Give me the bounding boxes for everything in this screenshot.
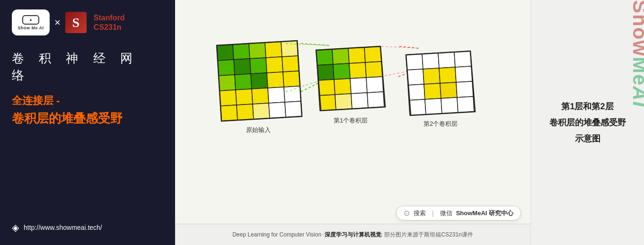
main-title: 卷 积 神 经 网 络 bbox=[12, 50, 163, 84]
right-line1: 第1层和第2层 bbox=[549, 101, 626, 112]
svg-marker-18 bbox=[268, 87, 285, 103]
svg-marker-54 bbox=[422, 53, 439, 69]
svg-marker-21 bbox=[237, 104, 254, 120]
divider: | bbox=[432, 210, 434, 217]
right-line2: 卷积层的堆叠感受野 bbox=[549, 117, 626, 128]
svg-marker-37 bbox=[349, 62, 366, 79]
url-icon: ◈ bbox=[12, 222, 19, 233]
left-panel: Show Me AI × S Stanford CS231n 卷 积 神 经 网… bbox=[0, 0, 175, 245]
bottom-text-bold: 深度学习与计算机视觉 bbox=[325, 231, 381, 239]
svg-text:原始输入: 原始输入 bbox=[246, 126, 271, 133]
svg-marker-0 bbox=[217, 44, 234, 61]
svg-marker-34 bbox=[364, 46, 381, 62]
svg-marker-65 bbox=[409, 99, 426, 115]
showmeai-icon bbox=[22, 15, 39, 25]
svg-marker-63 bbox=[440, 82, 457, 98]
stanford-logo-area: S Stanford CS231n bbox=[65, 12, 125, 33]
svg-marker-40 bbox=[334, 79, 351, 95]
main-content: 原始输入 bbox=[175, 0, 530, 245]
right-line3: 示意图 bbox=[549, 133, 626, 144]
showmeai-logo-text: Show Me AI bbox=[18, 26, 44, 30]
bottom-text-plain2: · 部分图片来源于斯坦福CS231n课件 bbox=[381, 231, 473, 239]
svg-marker-23 bbox=[269, 102, 286, 118]
svg-marker-36 bbox=[333, 63, 350, 79]
svg-marker-64 bbox=[456, 81, 473, 97]
svg-marker-20 bbox=[221, 105, 238, 121]
watermark: ShowMeAI bbox=[628, 0, 644, 245]
svg-marker-10 bbox=[219, 75, 236, 91]
stanford-s-letter: S bbox=[65, 12, 87, 33]
svg-marker-56 bbox=[454, 51, 471, 67]
watermark-meai: Me bbox=[628, 57, 644, 86]
svg-marker-45 bbox=[351, 93, 368, 109]
svg-marker-67 bbox=[441, 97, 458, 114]
svg-marker-53 bbox=[406, 54, 423, 70]
watermark-show: Show bbox=[628, 0, 644, 57]
svg-marker-38 bbox=[365, 61, 382, 78]
svg-marker-55 bbox=[438, 52, 455, 68]
svg-marker-46 bbox=[367, 92, 384, 108]
svg-marker-59 bbox=[439, 67, 456, 83]
svg-marker-44 bbox=[335, 94, 352, 110]
svg-marker-32 bbox=[332, 48, 349, 64]
svg-marker-17 bbox=[252, 88, 269, 104]
svg-marker-41 bbox=[350, 78, 367, 94]
svg-marker-43 bbox=[319, 95, 336, 111]
svg-marker-68 bbox=[457, 96, 474, 113]
search-label: 搜索 bbox=[414, 209, 426, 218]
svg-marker-31 bbox=[316, 49, 333, 65]
subtitle-line2: 卷积层的堆叠感受野 bbox=[12, 110, 163, 127]
svg-marker-9 bbox=[282, 56, 299, 72]
svg-marker-1 bbox=[233, 44, 250, 60]
stanford-line2: CS231n bbox=[94, 23, 125, 32]
svg-marker-57 bbox=[407, 69, 424, 85]
url-text: http://www.showmeai.tech/ bbox=[24, 224, 102, 231]
svg-marker-7 bbox=[250, 58, 267, 74]
svg-marker-66 bbox=[425, 98, 442, 114]
svg-marker-2 bbox=[249, 43, 266, 59]
svg-text:第1个卷积层: 第1个卷积层 bbox=[333, 117, 367, 124]
svg-marker-39 bbox=[318, 79, 335, 96]
svg-marker-14 bbox=[283, 71, 300, 87]
times-symbol: × bbox=[54, 17, 61, 29]
cnn-diagram: 原始输入 bbox=[202, 35, 504, 196]
search-bar[interactable]: ⊙ 搜索 | 微信 ShowMeAI 研究中心 bbox=[396, 206, 521, 220]
watermark-ai: AI bbox=[628, 86, 644, 108]
logo-area: Show Me AI × S Stanford CS231n bbox=[12, 9, 163, 35]
svg-marker-24 bbox=[285, 101, 302, 117]
svg-marker-58 bbox=[423, 68, 440, 84]
stanford-line1: Stanford bbox=[94, 13, 125, 22]
svg-marker-3 bbox=[265, 42, 282, 58]
svg-marker-12 bbox=[251, 73, 268, 89]
svg-marker-35 bbox=[317, 64, 334, 80]
svg-text:第2个卷积层: 第2个卷积层 bbox=[423, 120, 457, 127]
bottom-text-plain: Deep Learning for Computer Vision · bbox=[232, 231, 325, 238]
wechat-label: 微信 bbox=[440, 209, 452, 218]
stanford-name: Stanford CS231n bbox=[94, 13, 125, 31]
svg-marker-11 bbox=[235, 74, 252, 90]
svg-marker-62 bbox=[424, 83, 441, 99]
svg-marker-4 bbox=[281, 41, 298, 57]
svg-marker-61 bbox=[408, 84, 425, 100]
svg-marker-8 bbox=[266, 57, 283, 73]
svg-marker-16 bbox=[236, 89, 253, 105]
svg-marker-15 bbox=[220, 90, 237, 106]
showmeai-logo: Show Me AI bbox=[12, 9, 50, 35]
url-area[interactable]: ◈ http://www.showmeai.tech/ bbox=[12, 222, 102, 233]
svg-marker-22 bbox=[253, 103, 270, 119]
svg-marker-19 bbox=[284, 86, 301, 102]
right-panel-text: 第1层和第2层 卷积层的堆叠感受野 示意图 bbox=[549, 101, 626, 144]
right-panel: 第1层和第2层 卷积层的堆叠感受野 示意图 ShowMeAI bbox=[530, 0, 644, 245]
svg-marker-42 bbox=[366, 77, 383, 93]
diagram-area: 原始输入 bbox=[175, 0, 530, 245]
search-icon: ⊙ bbox=[404, 209, 410, 218]
svg-marker-5 bbox=[218, 60, 235, 76]
svg-marker-60 bbox=[455, 66, 472, 82]
bottom-bar: Deep Learning for Computer Vision · 深度学习… bbox=[175, 224, 530, 245]
svg-marker-6 bbox=[234, 59, 251, 75]
svg-marker-33 bbox=[348, 47, 365, 63]
subtitle-line1: 全连接层 - bbox=[12, 94, 163, 108]
brand-text: ShowMeAI 研究中心 bbox=[456, 209, 513, 218]
svg-marker-13 bbox=[267, 72, 284, 88]
